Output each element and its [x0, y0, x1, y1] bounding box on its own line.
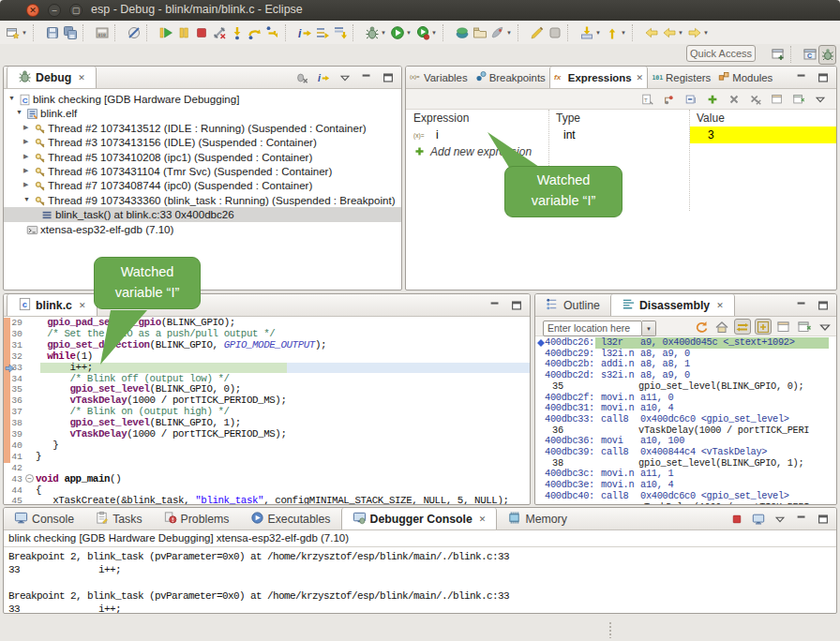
terminate-button[interactable]	[192, 22, 210, 42]
show-source-button[interactable]	[313, 22, 331, 42]
debug-tree-item[interactable]: xtensa-esp32-elf-gdb (7.10)	[4, 222, 401, 236]
minimize-button[interactable]	[793, 69, 810, 86]
remove-bug-button[interactable]	[293, 69, 310, 86]
code-line[interactable]: 39 vTaskDelay(1000 / portTICK_PERIOD_MS)…	[4, 429, 530, 440]
debug-button[interactable]	[363, 22, 381, 42]
tab-problems[interactable]: Problems	[153, 508, 240, 529]
forward-dropdown[interactable]: ▼	[703, 22, 711, 42]
close-icon[interactable]: ✕	[79, 301, 86, 310]
code-line[interactable]: 40 }	[4, 440, 530, 452]
instruction-step-button[interactable]: i	[315, 69, 332, 86]
code-line[interactable]: 43−void app_main()	[4, 474, 530, 485]
debug-tree-item[interactable]: ▼Thread #9 1073433360 (blink_task : Runn…	[4, 193, 401, 207]
run-dropdown[interactable]: ▼	[406, 22, 413, 42]
location-dropdown[interactable]: ▼	[642, 320, 656, 336]
debug-tree-item[interactable]: ▼blink.elf	[4, 106, 401, 120]
pin-view-button[interactable]	[790, 91, 807, 108]
tab-tasks[interactable]: Tasks	[84, 508, 152, 529]
new-wizard-dropdown[interactable]: ▼	[22, 22, 29, 42]
last-edit-button[interactable]	[578, 22, 595, 42]
disassembly-line[interactable]: 35gpio_set_level(BLINK_GPIO, 0);	[535, 381, 836, 393]
view-menu-button[interactable]	[812, 91, 829, 108]
tab-registers[interactable]: 101Registers	[648, 67, 714, 88]
disassembly-line[interactable]: 400dbc40:call80x400dc6c0 <gpio_set_level…	[535, 491, 836, 502]
location-input[interactable]: Enter location here	[543, 320, 642, 336]
step-return-button[interactable]	[263, 22, 281, 42]
close-icon[interactable]: ✕	[479, 514, 487, 524]
format-paint-button[interactable]	[528, 22, 546, 42]
view-menu-button[interactable]	[772, 511, 788, 528]
logical-structure-button[interactable]	[661, 91, 678, 108]
titlebar[interactable]: ✕ – ▢ esp - Debug - blink/main/blink.c -…	[0, 0, 840, 21]
debug-dropdown[interactable]: ▼	[381, 22, 388, 42]
home-button[interactable]	[713, 319, 730, 335]
debug-tree-item[interactable]: ▶Thread #2 1073413512 (IDLE : Running) (…	[4, 121, 401, 135]
new-view-button[interactable]	[775, 319, 792, 335]
view-menu-button[interactable]	[337, 69, 353, 86]
tab-breakpoints[interactable]: Breakpoints	[472, 67, 549, 88]
expression-row[interactable]: (x)=iint3	[406, 127, 836, 143]
tab-debug[interactable]: Debug✕	[7, 67, 97, 88]
terminate-button[interactable]	[728, 511, 745, 528]
tab-memory[interactable]: Memory	[497, 508, 577, 529]
column-type[interactable]: Type	[556, 110, 580, 127]
debug-tree-item[interactable]: ▼Cblink checking [GDB Hardware Debugging…	[4, 92, 401, 106]
follow-pc-button[interactable]	[755, 319, 772, 335]
forward-button[interactable]	[685, 22, 703, 42]
suspend-button[interactable]	[174, 22, 192, 42]
collapse-all-button[interactable]	[682, 91, 699, 108]
debug-tree-item[interactable]: ▶Thread #5 1073410208 (ipc1) (Suspended …	[4, 150, 401, 164]
maximize-button[interactable]	[380, 69, 397, 86]
new-view-button[interactable]	[769, 91, 786, 108]
code-line[interactable]: 41}	[4, 452, 530, 463]
disassembly-line[interactable]: 400dbc39:call80x400844c4 <vTaskDelay>	[535, 447, 836, 458]
close-icon[interactable]: ✕	[78, 73, 85, 82]
new-wizard-button[interactable]	[4, 22, 22, 42]
tab-console[interactable]: Console	[4, 508, 84, 529]
disassembly-line[interactable]: 400dbc26:l32ra9, 0x400d045c <_stext+1092…	[535, 337, 836, 349]
close-icon[interactable]: ✕	[637, 73, 644, 82]
show-types-button[interactable]: T	[639, 91, 656, 108]
maximize-button[interactable]	[815, 297, 832, 314]
go-up-button[interactable]	[603, 22, 621, 42]
cpp-perspective-button[interactable]: C	[801, 45, 818, 65]
profile-button[interactable]	[413, 22, 431, 42]
drop-to-frame-button[interactable]	[331, 22, 349, 42]
run-button[interactable]	[388, 22, 406, 42]
open-folder-button[interactable]	[471, 22, 488, 42]
column-expression[interactable]: Expression	[413, 110, 469, 127]
disassembly-line[interactable]: 400dbc33:call80x400dc6c0 <gpio_set_level…	[535, 414, 836, 425]
sync-arrows-button[interactable]	[734, 319, 751, 335]
step-over-button[interactable]	[246, 22, 263, 42]
tab-disassembly[interactable]: Disassembly✕	[610, 294, 735, 316]
open-perspective-button[interactable]	[769, 45, 787, 65]
maximize-button[interactable]	[508, 297, 525, 314]
rocket-button[interactable]	[488, 22, 506, 42]
debug-tree-item[interactable]: ▶Thread #6 1073431104 (Tmr Svc) (Suspend…	[4, 164, 401, 178]
debug-tree-item[interactable]: ▶Thread #3 1073413156 (IDLE) (Suspended …	[4, 135, 401, 149]
debug-tree-item[interactable]: blink_task() at blink.c:33 0x400dbc26	[4, 207, 401, 221]
back-dropdown[interactable]: ▼	[678, 22, 685, 42]
close-icon[interactable]: ✕	[716, 301, 724, 310]
instruction-step-button[interactable]: i	[295, 22, 313, 42]
pin-view-button[interactable]	[796, 319, 813, 335]
add-plus-button[interactable]	[704, 91, 721, 108]
back-button[interactable]	[660, 22, 678, 42]
window-maximize-button[interactable]: ▢	[69, 4, 82, 17]
step-into-button[interactable]	[228, 22, 246, 42]
save-button[interactable]	[43, 22, 61, 42]
debug-perspective-button[interactable]	[818, 45, 836, 65]
build-button[interactable]: 010	[93, 22, 111, 42]
back-history-button[interactable]	[642, 22, 660, 42]
tab-debugger-console[interactable]: Debugger Console✕	[341, 508, 498, 529]
last-edit-dropdown[interactable]: ▼	[595, 22, 603, 42]
column-value[interactable]: Value	[697, 110, 725, 127]
tab-executables[interactable]: Executables	[240, 508, 341, 529]
external-console-button[interactable]	[453, 22, 471, 42]
save-all-button[interactable]	[61, 22, 79, 42]
go-up-dropdown[interactable]: ▼	[621, 22, 628, 42]
tab-expressions[interactable]: fxExpressions✕	[549, 67, 648, 88]
minimize-button[interactable]	[487, 297, 503, 314]
plain-cube-button[interactable]	[546, 22, 563, 42]
window-close-button[interactable]: ✕	[26, 4, 39, 17]
